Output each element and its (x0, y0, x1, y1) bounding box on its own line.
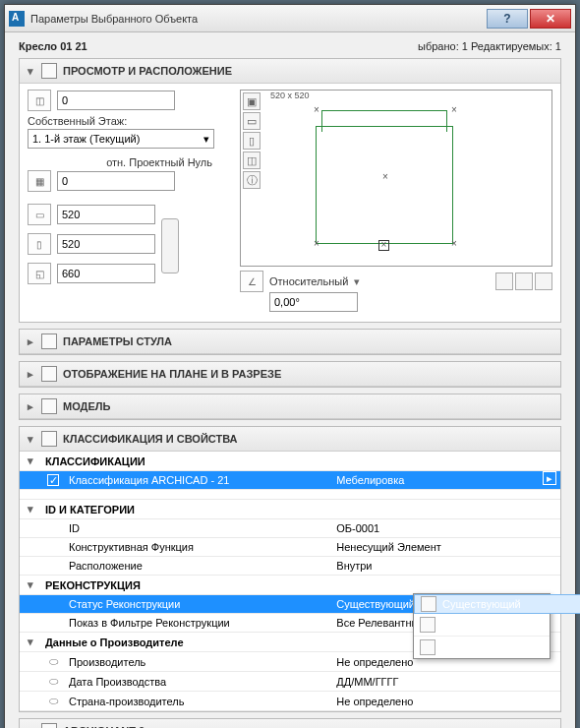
existing-icon (421, 596, 436, 612)
panel-head-chair[interactable]: ▸ПАРАМЕТРЫ СТУЛА (20, 330, 560, 354)
prop-value: Мебелировка (336, 474, 404, 486)
option-label: Существующий (442, 598, 521, 610)
prop-name: ID (65, 519, 332, 538)
table-row[interactable]: Статус Реконструкции Существующий Сущест… (20, 595, 560, 614)
object-body (316, 126, 453, 244)
chevron-right-icon: ▸ (26, 725, 35, 729)
panel-head-aq[interactable]: ▸ARCHIQUANT 2 (20, 719, 560, 728)
panel-head-class[interactable]: ▾КЛАССИФИКАЦИЯ И СВОЙСТВА (20, 427, 560, 452)
chevron-down-icon: ▾ (203, 133, 209, 146)
hotspot-icon[interactable]: × (312, 106, 321, 116)
relative-label: Относительный (269, 275, 348, 287)
help-button[interactable]: ? (487, 9, 528, 29)
option-label: Демонтируемый (441, 619, 524, 631)
table-row[interactable]: Конструктивная ФункцияНенесущий Элемент (20, 538, 560, 557)
field-e[interactable] (57, 264, 155, 283)
chevron-right-icon: ▸ (26, 368, 35, 381)
prop-value[interactable]: Ненесущий Элемент (332, 538, 560, 557)
expand-toggle[interactable]: ▾ (20, 500, 41, 519)
dropdown-item[interactable]: Демонтируемый (414, 614, 550, 637)
panel-head-plan[interactable]: ▸ОТОБРАЖЕНИЕ НА ПЛАНЕ И В РАЗРЕЗЕ (20, 362, 560, 387)
field-a[interactable] (57, 91, 175, 110)
view-3d-icon[interactable]: ◫ (243, 152, 261, 169)
prop-name: Страна-производитель (65, 692, 332, 711)
prop-value[interactable]: Не определено (332, 692, 560, 711)
aq-icon (41, 723, 57, 728)
expand-toggle[interactable]: ▾ (20, 633, 41, 652)
chevron-down-icon[interactable]: ▾ (354, 275, 360, 288)
class-icon (41, 431, 57, 447)
new-icon (420, 639, 435, 655)
more-button[interactable]: ▸ (543, 471, 556, 485)
dropdown-item[interactable]: Существующий▸ (414, 594, 580, 614)
level-icon: ▦ (28, 170, 51, 192)
cube-icon: ◫ (28, 90, 51, 111)
hotspot-icon[interactable]: × (380, 173, 390, 183)
own-floor-label: Собственный Этаж: (28, 115, 234, 127)
table-row[interactable]: ⬭Дата ПроизводстваДД/ММ/ГГГГ (20, 672, 560, 692)
plan-icon (41, 366, 57, 382)
hotspot-icon[interactable]: × (449, 106, 459, 116)
dim-z-icon: ◱ (28, 263, 51, 284)
own-floor-select[interactable]: 1. 1-й этаж (Текущий)▾ (28, 129, 214, 149)
panel-title: ПАРАМЕТРЫ СТУЛА (63, 335, 172, 347)
view-top-icon[interactable]: ▣ (243, 92, 261, 110)
link-dims-toggle[interactable] (161, 218, 179, 273)
panel-head-preview[interactable]: ▾ ПРОСМОТР И РАСПОЛОЖЕНИЕ (20, 59, 560, 84)
option-label: Новый (441, 641, 475, 653)
anchor-icon[interactable]: × (378, 240, 389, 251)
preview-icon (41, 63, 57, 79)
table-row[interactable]: IDОБ-0001 (20, 519, 560, 538)
group-label: ID И КАТЕГОРИИ (41, 500, 560, 519)
prop-name: Дата Производства (65, 672, 332, 692)
table-row[interactable]: ⬭Страна-производительНе определено (20, 692, 560, 711)
panel-archiquant: ▸ARCHIQUANT 2 (19, 718, 561, 728)
panel-plan: ▸ОТОБРАЖЕНИЕ НА ПЛАНЕ И В РАЗРЕЗЕ (19, 361, 561, 388)
view-side-icon[interactable]: ▯ (243, 132, 261, 150)
panel-head-model[interactable]: ▸МОДЕЛЬ (20, 394, 560, 419)
field-d[interactable] (57, 234, 155, 254)
angle-input[interactable] (269, 292, 358, 312)
expand-toggle[interactable]: ▾ (20, 452, 41, 471)
chevron-down-icon: ▾ (26, 433, 35, 446)
titlebar: Параметры Выбранного Объекта ? ✕ (5, 5, 575, 32)
angle-icon: ∠ (240, 271, 263, 292)
prop-value[interactable]: Внутри (332, 557, 560, 576)
dim-y-icon: ▯ (28, 233, 51, 255)
prop-value[interactable]: ОБ-0001 (332, 519, 560, 538)
link-icon: ⬭ (41, 652, 65, 672)
prop-name: Конструктивная Функция (65, 538, 332, 557)
checkbox-checked-icon[interactable]: ✓ (47, 474, 59, 486)
table-row[interactable]: РасположениеВнутри (20, 557, 560, 576)
field-b[interactable] (57, 171, 175, 191)
panel-title: КЛАССИФИКАЦИЯ И СВОЙСТВА (63, 433, 238, 445)
field-c[interactable] (57, 205, 155, 224)
hotspot-icon[interactable]: × (312, 240, 321, 250)
prop-name: Показ в Фильтре Реконструкции (65, 614, 332, 633)
flip-icon[interactable] (515, 273, 533, 290)
dropdown-flyout: Существующий▸ Демонтируемый Новый (413, 593, 551, 659)
anchor-grid-icon[interactable] (535, 273, 552, 290)
view-info-icon[interactable]: ⓘ (243, 171, 261, 189)
preview-viewport[interactable]: ▣ ▭ ▯ ◫ ⓘ 520 x 520 × × (240, 90, 552, 267)
object-name: Кресло 01 21 (19, 40, 87, 52)
link-icon: ⬭ (41, 692, 65, 711)
demolish-icon (420, 617, 435, 633)
properties-table: ▾КЛАССИФИКАЦИИ ✓Классификация ARCHICAD -… (20, 452, 560, 711)
app-icon (9, 11, 25, 27)
expand-toggle[interactable]: ▾ (20, 576, 41, 595)
close-button[interactable]: ✕ (530, 9, 571, 29)
view-front-icon[interactable]: ▭ (243, 112, 261, 130)
table-row[interactable]: ✓Классификация ARCHICAD - 21Мебелировка▸ (20, 471, 560, 490)
panel-title: МОДЕЛЬ (63, 400, 110, 412)
selection-status: ыбрано: 1 Редактируемых: 1 (418, 40, 561, 52)
panel-chair: ▸ПАРАМЕТРЫ СТУЛА (19, 329, 561, 355)
hotspot-icon[interactable]: × (449, 240, 459, 250)
dim-x-icon: ▭ (28, 204, 51, 225)
dropdown-item[interactable]: Новый (414, 637, 550, 658)
prop-value[interactable]: ДД/ММ/ГГГГ (332, 672, 560, 692)
object-back (321, 110, 447, 132)
panel-preview: ▾ ПРОСМОТР И РАСПОЛОЖЕНИЕ ◫ Собственный … (19, 58, 561, 323)
group-label: КЛАССИФИКАЦИИ (41, 452, 560, 471)
mirror-icon[interactable] (495, 273, 513, 290)
